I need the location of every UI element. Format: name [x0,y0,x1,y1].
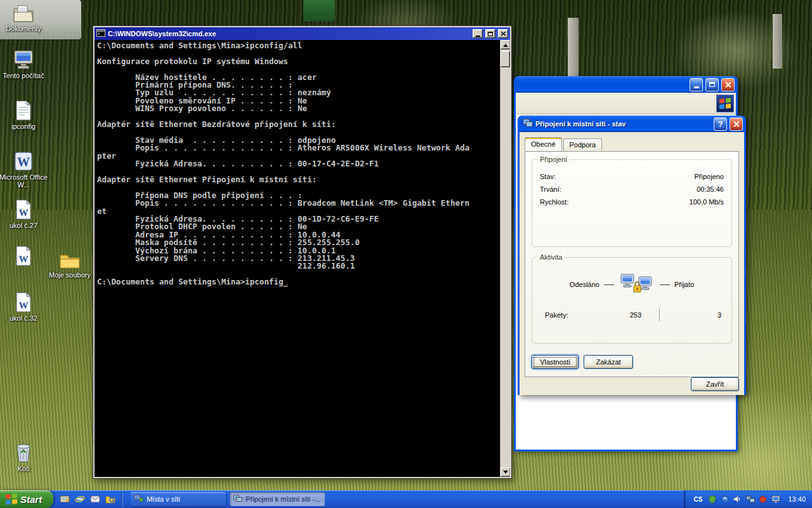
arrow-down-icon [503,471,508,476]
close-icon [733,121,740,128]
search-folder-icon[interactable] [105,494,115,505]
packets-label: Pakety: [545,311,568,319]
word-app-icon: W [11,150,36,171]
word-doc-icon: W [11,198,36,220]
scrollbar-thumb[interactable] [501,51,510,67]
received-label: Přijato [674,281,694,288]
dialog-title: Připojení k místní síti - stav [535,120,711,128]
row-value: Připojeno [695,173,724,180]
speed-row: Rychlost: 100,0 Mb/s [540,198,724,206]
close-button[interactable] [498,29,508,38]
volume-icon[interactable] [733,495,742,504]
network-connection-icon[interactable] [745,495,755,504]
tab-obecne[interactable]: Obecné [525,137,562,150]
desktop-icon-label: ukol č.27 [0,222,49,229]
console-scrollbar[interactable] [500,40,510,477]
start-label: Start [20,494,42,505]
taskbar-task-pripojeni[interactable]: Připojení k místní síti -... [230,492,325,506]
cmd-icon [96,28,105,39]
disable-button[interactable]: Zakázat [584,355,633,369]
desktop-icon-ukol-32[interactable]: W ukol č.32 [0,291,49,322]
help-icon: ? [718,119,723,129]
arrow-up-icon [503,41,508,47]
taskbar-task-mista-v-siti[interactable]: Místa v síti [131,492,226,506]
scroll-down-button[interactable] [501,467,510,477]
task-label: Připojení k místní síti -... [246,495,320,503]
activity-row: Odesláno Přijato [532,271,731,298]
maximize-button[interactable] [705,78,719,91]
show-desktop-icon[interactable] [59,494,70,505]
quick-launch-divider [121,492,123,506]
window-titlebar[interactable] [516,76,736,93]
desktop-icon-label: ukol č.32 [0,314,49,322]
desktop-icon-label: Microsoft Office W... [0,173,49,189]
dialog-body: Obecné Podpora Připojení Stav: Připojeno… [520,132,744,395]
scroll-up-button[interactable] [501,40,510,50]
maximize-icon [488,32,493,36]
desktop-icon-dokumenty[interactable]: Dokumenty [0,1,49,32]
security-shield-icon[interactable] [707,495,717,504]
network-places-icon [134,495,143,504]
start-button[interactable]: Start [0,490,53,508]
row-label: Trvání: [540,185,561,193]
language-indicator[interactable]: CS [692,495,705,504]
properties-button[interactable]: Vlastnosti [532,355,579,369]
maximize-button[interactable] [485,29,495,38]
console-output: C:\Documents and Settings\Mina>ipconfig/… [97,42,469,286]
connection-group: Připojení Stav: Připojeno Trvání: 00:35:… [532,159,732,247]
packets-sent-value: 253 [578,311,641,319]
svg-text:W: W [19,208,29,218]
dialog-titlebar[interactable]: Připojení k místní síti - stav ? [520,116,744,132]
dialog-tabs: Obecné Podpora [525,138,603,150]
desktop-icon-moje-soubory[interactable]: Moje soubory [44,248,95,279]
display-settings-icon[interactable] [771,495,780,504]
windows-flag-icon [6,493,17,505]
help-button[interactable]: ? [714,117,727,131]
mail-icon[interactable] [89,494,100,505]
close-dialog-button[interactable]: Zavřít [691,377,739,391]
minimize-button[interactable] [473,29,483,38]
close-icon [501,31,506,36]
desktop-icon-kos[interactable]: Koš [0,441,49,472]
close-icon [724,81,731,88]
recycle-bin-icon [11,441,36,463]
row-value: 100,0 Mb/s [690,198,724,206]
desktop-icon-label: ipconfig [0,123,49,130]
desktop-icon-tento-pocitac[interactable]: Tento počítač [0,48,49,79]
close-button[interactable] [721,78,735,91]
background-post [773,14,782,69]
connection-icon [523,118,533,130]
window-title: C:\WINDOWS\system32\cmd.exe [108,30,470,37]
internet-explorer-icon[interactable] [74,494,85,505]
desktop-icon-ukol-27[interactable]: W ukol č.27 [0,198,49,229]
svg-text:W: W [19,300,29,311]
close-button[interactable] [730,117,743,131]
folder-icon [58,248,82,269]
minimize-icon [694,86,699,88]
desktop-icon-label: Moje soubory [44,271,95,279]
group-title: Připojení [537,156,570,163]
packets-received-value: 3 [658,311,721,319]
taskbar-clock[interactable]: 13:40 [788,495,806,503]
windows-flag-icon [719,98,731,109]
tab-page-general: Připojení Stav: Připojeno Trvání: 00:35:… [525,151,739,377]
antivirus-icon[interactable] [758,495,768,504]
minimize-button[interactable] [690,78,703,91]
documents-folder-icon [11,1,36,23]
status-row: Stav: Připojeno [540,173,724,180]
row-value: 00:35:46 [697,185,724,193]
packets-row: Pakety: 253 3 [540,310,724,321]
desktop-icon-document[interactable]: W [0,244,49,268]
quick-launch-bar [53,492,129,506]
sent-label: Odesláno [570,281,599,288]
text-file-icon [11,99,36,121]
connection-icon [233,495,242,504]
tab-podpora[interactable]: Podpora [563,138,603,150]
desktop-icon-ms-office-word[interactable]: W Microsoft Office W... [0,150,49,189]
desktop-icon-ipconfig[interactable]: ipconfig [0,99,49,130]
desktop-icon-label: Tento počítač [0,72,49,79]
update-icon[interactable] [720,495,730,504]
cmd-titlebar[interactable]: C:\WINDOWS\system32\cmd.exe [95,27,510,40]
console-area: C:\Documents and Settings\Mina>ipconfig/… [95,40,510,477]
link-line [604,284,614,285]
